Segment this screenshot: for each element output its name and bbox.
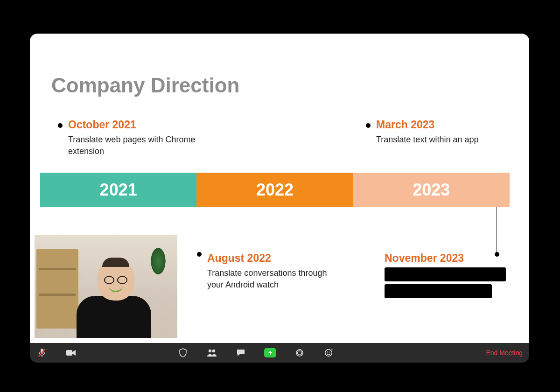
svg-point-7	[298, 351, 302, 355]
record-icon[interactable]	[294, 347, 305, 358]
timeline-segment-2021: 2021	[40, 173, 196, 207]
svg-point-9	[327, 352, 328, 353]
timeline-segment-2023: 2023	[353, 173, 510, 207]
timeline-connector	[368, 128, 368, 173]
presenter-webcam[interactable]	[35, 235, 177, 338]
redacted-text	[385, 267, 506, 281]
milestone-title: August 2022	[207, 252, 337, 265]
milestone-title: March 2023	[376, 119, 506, 131]
milestone-mar-2023: March 2023 Translate text within an app	[366, 119, 506, 146]
redacted-text	[385, 284, 492, 298]
timeline-connector	[60, 128, 60, 173]
share-screen-icon[interactable]	[264, 348, 276, 357]
svg-point-10	[329, 352, 330, 353]
shield-icon[interactable]	[177, 347, 189, 358]
milestone-title: October 2021	[68, 119, 198, 131]
milestone-title: November 2023	[385, 252, 525, 265]
milestone-oct-2021: October 2021 Translate web pages with Ch…	[58, 119, 198, 157]
timeline-dot	[197, 252, 202, 257]
svg-point-4	[209, 350, 211, 352]
svg-text:+: +	[331, 349, 333, 351]
reactions-icon[interactable]: +	[323, 347, 334, 358]
timeline-dot	[495, 252, 499, 257]
participants-icon[interactable]	[206, 347, 217, 358]
presenter-avatar	[72, 254, 156, 338]
microphone-muted-icon[interactable]	[36, 347, 48, 358]
timeline-dot	[366, 123, 371, 128]
milestone-description: Translate text within an app	[376, 134, 506, 146]
presentation-slide: Company Direction October 2021 Translate…	[30, 34, 529, 343]
timeline-segment-2022: 2022	[196, 173, 353, 207]
svg-point-5	[212, 350, 215, 352]
meeting-window: Company Direction October 2021 Translate…	[30, 34, 529, 363]
end-meeting-button[interactable]: End Meeting	[486, 349, 523, 357]
timeline-connector	[199, 207, 199, 252]
milestone-aug-2022: August 2022 Translate conversations thro…	[197, 207, 337, 291]
milestone-description: Translate conversations through your And…	[207, 267, 337, 291]
timeline-dot	[58, 123, 63, 128]
milestone-description: Translate web pages with Chrome extensio…	[68, 134, 198, 157]
slide-title: Company Direction	[51, 74, 239, 97]
svg-rect-3	[66, 350, 72, 356]
chat-icon[interactable]	[235, 347, 246, 358]
milestone-nov-2023: November 2023	[385, 207, 525, 298]
meeting-toolbar: + End Meeting	[30, 343, 529, 363]
video-camera-icon[interactable]	[65, 347, 77, 358]
timeline-bar: 2021 2022 2023	[40, 173, 510, 207]
timeline-connector	[497, 207, 497, 252]
